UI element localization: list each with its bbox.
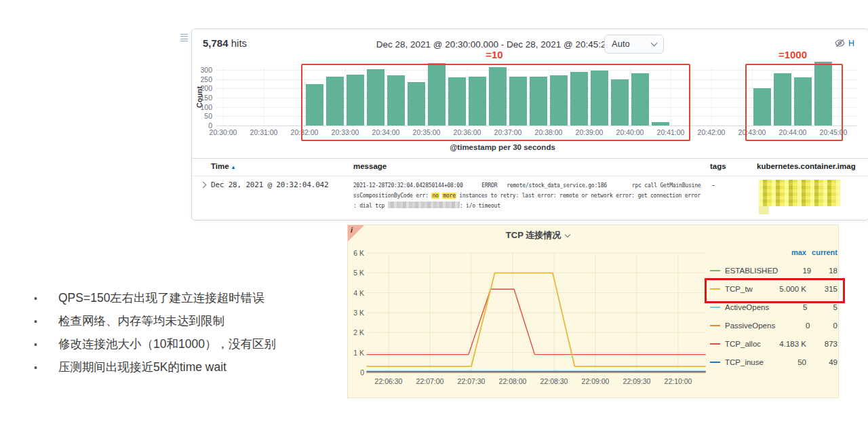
annotation-box (745, 64, 843, 141)
legend-current-value: 873 (806, 340, 837, 348)
legend-row-PassiveOpens[interactable]: PassiveOpens00 (710, 316, 837, 334)
legend-row-TCP_inuse[interactable]: TCP_inuse5049 (710, 353, 837, 371)
tcp-legend: max current ESTABLISHED1918TCP_tw5.000 K… (710, 243, 837, 371)
y-tick-label: 250 (192, 75, 212, 83)
annotation-box (301, 64, 690, 141)
chevron-down-icon (565, 232, 570, 237)
tcp-tw-highlight-box (705, 278, 845, 303)
x-tick-label: 22:07:00 (410, 377, 450, 385)
row-time: Dec 28, 2021 @ 20:32:04.042 (211, 180, 328, 189)
annotation-label: =10 (301, 49, 688, 60)
legend-row-TCP_alloc[interactable]: TCP_alloc4.183 K873 (710, 334, 837, 353)
row-tags: - (711, 180, 716, 189)
message-text: : i/o timeout (460, 203, 500, 209)
note-text: 修改连接池大小（10和1000），没有区别 (58, 337, 276, 351)
legend-max-value: 5 (769, 303, 807, 311)
message-text: ssCompositionByCode err: (353, 193, 431, 199)
legend-series-name: PassiveOpens (725, 322, 775, 330)
kibana-discover-panel: 5,784 hits Dec 28, 2021 @ 20:30:00.000 -… (191, 28, 868, 220)
series-line-TCP_alloc (367, 289, 706, 354)
y-tick-label: 300 (192, 66, 212, 74)
legend-color-dash (710, 307, 720, 308)
y-tick-label: 4 K (348, 289, 364, 297)
y-tick-label: 0 (348, 368, 364, 376)
row-message: 2021-12-28T20:32:04.042850144+08:00 ERRO… (353, 180, 711, 211)
highlighted-term: no (431, 193, 439, 199)
note-item: •检查网络、内存等均未达到限制 (28, 314, 350, 328)
legend-row-ESTABLISHED[interactable]: ESTABLISHED1918 (710, 261, 837, 279)
note-text: 检查网络、内存等均未达到限制 (58, 314, 224, 328)
legend-current-value: 18 (811, 267, 837, 275)
y-tick-label: 50 (192, 112, 212, 120)
legend-series-name: ActiveOpens (725, 303, 769, 311)
sort-asc-icon: ▴ (232, 163, 235, 170)
legend-header-max[interactable]: max (767, 248, 806, 256)
bullet-icon: • (28, 291, 58, 305)
grafana-panel: i TCP 连接情况 max current ESTABLISHED1918TC… (347, 225, 839, 398)
message-line-1: 2021-12-28T20:32:04.042850144+08:00 ERRO… (353, 180, 711, 191)
y-tick-label: 2 K (348, 328, 364, 336)
legend-max-value: 4.183 K (767, 340, 806, 348)
column-header-tags[interactable]: tags (710, 162, 726, 170)
message-line-2: ssCompositionByCode err: no more instanc… (353, 191, 711, 201)
y-tick-label: 150 (192, 94, 212, 102)
drag-handle-icon[interactable] (180, 34, 188, 43)
notes-list: •QPS=150左右出现了建立连接超时错误 •检查网络、内存等均未达到限制 •修… (28, 291, 350, 383)
divider (192, 176, 868, 176)
y-tick-label: 100 (192, 103, 212, 111)
legend-color-dash (710, 362, 720, 363)
divider (192, 158, 868, 159)
legend-header: max current (710, 243, 837, 261)
expand-row-icon[interactable] (200, 182, 207, 189)
legend-series-name: ESTABLISHED (725, 267, 778, 275)
legend-current-value: 49 (806, 358, 837, 366)
legend-current-value: 0 (810, 322, 837, 330)
column-header-container-image[interactable]: kubernetes.container.imag (757, 162, 856, 170)
x-tick-label: 22:10:00 (658, 377, 698, 385)
y-tick-label: 3 K (348, 309, 364, 317)
table-header: Time▴ message tags kubernetes.container.… (192, 159, 868, 176)
note-item: •压测期间出现接近5K的time wait (28, 360, 350, 374)
x-tick-label: 22:09:00 (575, 377, 616, 385)
legend-max-value: 19 (778, 267, 811, 275)
message-text: : dial tcp (353, 203, 388, 209)
x-tick-label: 22:08:30 (534, 377, 574, 385)
message-line-3: : dial tcp : i/o timeout (353, 201, 711, 211)
note-item: •QPS=150左右出现了建立连接超时错误 (28, 291, 350, 305)
y-tick-label: 5 K (348, 269, 364, 277)
column-header-time[interactable]: Time▴ (211, 162, 235, 170)
x-tick-label: 22:06:30 (368, 377, 409, 385)
legend-color-dash (710, 325, 720, 326)
note-item: •修改连接池大小（10和1000），没有区别 (28, 337, 350, 351)
note-text: 压测期间出现接近5K的time wait (58, 360, 226, 374)
x-tick-label: 20:42:00 (691, 128, 732, 136)
bullet-icon: • (28, 360, 58, 374)
legend-max-value: 0 (775, 322, 810, 330)
highlighted-term: more (442, 193, 456, 199)
legend-current-value: 5 (807, 303, 837, 311)
x-tick-label: 20:30:00 (203, 128, 243, 136)
legend-header-current[interactable]: current (806, 248, 837, 256)
legend-color-dash (710, 270, 720, 271)
panel-title-label: TCP 连接情况 (506, 230, 561, 240)
message-text: instances to retry: last error: remote o… (456, 193, 701, 199)
panel-title[interactable]: TCP 连接情况 (348, 229, 728, 241)
redacted-container-image-block-small (759, 206, 769, 214)
note-text: QPS=150左右出现了建立连接超时错误 (58, 291, 264, 305)
column-header-time-label: Time (211, 162, 229, 170)
y-tick-label: 200 (192, 84, 212, 92)
x-tick-label: 22:08:00 (492, 377, 533, 385)
annotation-label: =1000 (745, 49, 840, 60)
table-row: Dec 28, 2021 @ 20:32:04.042 2021-12-28T2… (192, 177, 868, 219)
x-axis-title: @timestamp per 30 seconds (216, 143, 789, 151)
redacted-container-image-block (759, 180, 840, 206)
legend-max-value: 50 (767, 358, 806, 366)
y-tick-label: 6 K (348, 249, 364, 257)
x-tick-label: 22:09:30 (616, 377, 657, 385)
redacted-ip-block (388, 201, 460, 208)
x-tick-label: 20:31:00 (243, 128, 284, 136)
bullet-icon: • (28, 314, 58, 328)
y-tick-label: 1 K (348, 349, 364, 357)
column-header-message[interactable]: message (353, 162, 387, 170)
bullet-icon: • (28, 337, 58, 351)
